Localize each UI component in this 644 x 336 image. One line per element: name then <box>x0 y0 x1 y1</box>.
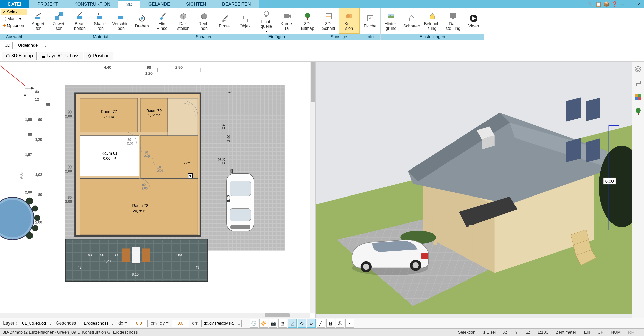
abgreifen-button[interactable]: Abgrei-fen <box>28 8 49 34</box>
svg-text:0,00 m²: 0,00 m² <box>103 156 116 160</box>
dy-input[interactable] <box>172 320 189 327</box>
help-icon[interactable]: ❓ <box>611 1 618 7</box>
svg-rect-76 <box>230 208 251 221</box>
kamera-button[interactable]: Kame-ra <box>277 8 297 34</box>
snap-plane-icon[interactable]: ▱ <box>307 319 316 328</box>
svg-text:80: 80 <box>128 138 131 142</box>
flaeche-button[interactable]: AFläche <box>360 8 380 34</box>
cube2-icon <box>199 11 209 21</box>
window-controls: 🔧 📋 📦 ❓ − □ × <box>585 0 644 8</box>
main-split: 4,40 90 1,20 2,80 Raum 77 6,44 m² Raum 7… <box>0 62 644 318</box>
objekt-button[interactable]: Objekt <box>235 8 256 34</box>
darstellung-button[interactable]: Dar-stellung <box>443 8 463 34</box>
hinpinsel-button[interactable]: Hin.Pinsel <box>152 8 173 34</box>
svg-text:4,40: 4,40 <box>104 65 111 69</box>
layer-dropdown[interactable]: 01_ug,eg,og <box>20 320 53 327</box>
svg-text:90: 90 <box>68 110 72 114</box>
kollision-button[interactable]: Kolli-sion <box>339 8 360 34</box>
svg-text:88: 88 <box>46 102 50 106</box>
pinsel-button[interactable]: Pinsel <box>214 8 235 34</box>
gear-icon: ⚙ <box>6 53 10 59</box>
scrollbar-vertical[interactable] <box>310 62 315 313</box>
coord-mode-dropdown[interactable]: dx,dy (relativ ka <box>201 320 242 327</box>
svg-rect-144 <box>586 138 600 162</box>
bearbeiten-button[interactable]: Bear-beiten <box>70 8 90 34</box>
darstellen-button[interactable]: Dar-stellen <box>173 8 194 34</box>
3d-bitmap-button[interactable]: 3D-Bitmap <box>297 8 318 34</box>
menu-tab-sichten[interactable]: SICHTEN <box>178 0 214 8</box>
mode-3d-badge[interactable]: 3D <box>3 42 13 49</box>
rechnen-button[interactable]: Rech-nen <box>194 8 214 34</box>
video-button[interactable]: Video <box>463 8 484 34</box>
status-sel: 1:1 sel <box>483 330 496 335</box>
mark-button[interactable]: ⬚Mark.▾ <box>1 15 27 22</box>
selekt-button[interactable]: ➚Selekt <box>1 9 27 15</box>
close-icon[interactable]: × <box>635 1 642 7</box>
furniture-panel-icon[interactable] <box>634 79 642 87</box>
3d-schnitt-button[interactable]: 3D-Schnitt <box>318 8 339 34</box>
skalieren-button[interactable]: Skalie-ren <box>90 8 111 34</box>
svg-text:Raum 81: Raum 81 <box>101 151 118 155</box>
svg-rect-166 <box>635 94 638 97</box>
position-option[interactable]: ✥Position <box>84 52 113 60</box>
menu-tab-datei[interactable]: DATEI <box>0 0 29 8</box>
svg-rect-7 <box>243 16 248 19</box>
node-icon[interactable]: Ⓝ <box>336 319 344 328</box>
grid-icon[interactable]: ▦ <box>326 319 335 328</box>
schatten-einst-button[interactable]: Schatten <box>401 8 422 34</box>
camera-snap-icon[interactable]: 📷 <box>269 319 277 328</box>
minimize-icon[interactable]: − <box>619 1 626 7</box>
lichtquelle-button[interactable]: Licht-quelle▾ <box>256 8 277 34</box>
svg-text:2,00: 2,00 <box>144 154 150 158</box>
3d-viewport[interactable]: 6,00 <box>316 62 632 318</box>
menu-tab-gelaende[interactable]: GELÄNDE <box>140 0 178 8</box>
layer-geschoss-option[interactable]: ≣Layer/Geschoss <box>38 52 83 60</box>
svg-point-102 <box>26 198 33 205</box>
svg-rect-169 <box>638 97 641 100</box>
drehen-button[interactable]: Drehen <box>132 8 152 34</box>
terrain-dropdown[interactable]: Urgelände <box>15 42 48 49</box>
svg-rect-14 <box>307 17 308 20</box>
clock-icon[interactable]: 🕓 <box>250 319 258 328</box>
scrollbar-horizontal[interactable] <box>0 313 310 318</box>
menu-tab-bearbeiten[interactable]: BEARBEITEN <box>214 0 259 8</box>
3d-bitmap-option[interactable]: ⚙3D-Bitmap <box>2 52 37 60</box>
status-unit: Zentimeter <box>556 330 576 335</box>
materials-panel-icon[interactable] <box>634 93 642 101</box>
snap-point-icon[interactable]: ◇ <box>298 319 306 328</box>
menu-tab-konstruktion[interactable]: KONSTRUKTION <box>66 0 118 8</box>
svg-text:1,80: 1,80 <box>25 118 32 122</box>
beleuchtung-button[interactable]: Beleuch-tung <box>422 8 443 34</box>
menu-tab-projekt[interactable]: PROJEKT <box>29 0 66 8</box>
dx-input[interactable] <box>130 320 148 327</box>
layers-panel-icon[interactable] <box>634 65 642 73</box>
move-cross-icon: ✥ <box>88 53 92 59</box>
hintergrund-button[interactable]: Hinter-grund <box>381 8 401 34</box>
svg-text:2,80: 2,80 <box>25 190 32 194</box>
group-label-sonstige: Sonstige <box>318 34 360 40</box>
svg-rect-4 <box>97 16 102 19</box>
svg-rect-3 <box>77 16 82 19</box>
clipboard-icon[interactable]: 📋 <box>595 1 602 7</box>
layers-toggle-icon[interactable]: ▧ <box>278 319 287 328</box>
geschoss-dropdown[interactable]: Erdgeschoss <box>82 320 115 327</box>
box-icon[interactable]: 📦 <box>603 1 610 7</box>
snap-edge-icon[interactable]: ╱ <box>317 319 325 328</box>
menu-tab-3d[interactable]: 3D <box>118 0 140 8</box>
more-icon[interactable]: ⋮ <box>345 319 354 328</box>
svg-text:43: 43 <box>228 90 232 94</box>
svg-point-13 <box>305 13 310 18</box>
snap-angle-icon[interactable]: ◿ <box>288 319 297 328</box>
menu-bar: DATEI PROJEKT KONSTRUKTION 3D GELÄNDE SI… <box>0 0 644 8</box>
status-y: Y: <box>515 330 519 335</box>
maximize-icon[interactable]: □ <box>627 1 634 7</box>
sun-icon[interactable]: 🔆 <box>259 319 268 328</box>
plants-panel-icon[interactable] <box>634 107 642 116</box>
optionen-button[interactable]: ✚Optionen <box>1 22 27 29</box>
verschieben-button[interactable]: Verschie-ben <box>111 8 132 34</box>
floorplan-viewport[interactable]: 4,40 90 1,20 2,80 Raum 77 6,44 m² Raum 7… <box>0 62 316 318</box>
svg-text:43: 43 <box>35 90 39 94</box>
zuweisen-button[interactable]: Zuwei-sen <box>49 8 70 34</box>
tool-icon[interactable]: 🔧 <box>587 1 594 7</box>
svg-rect-163 <box>636 81 640 84</box>
